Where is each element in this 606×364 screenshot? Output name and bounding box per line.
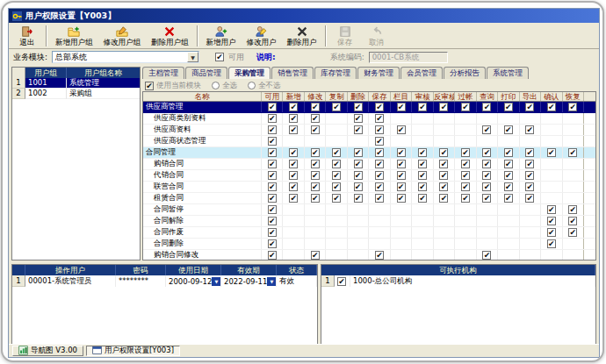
perm-cell[interactable] <box>368 239 389 249</box>
permission-checkbox[interactable]: ✔ <box>418 103 427 111</box>
perm-cell[interactable]: ✔ <box>261 170 282 181</box>
window-tab[interactable]: 导航图 V3.00 <box>12 346 83 356</box>
perm-cell[interactable] <box>433 227 454 238</box>
perm-row[interactable]: 联营合同✔✔✔✔✔✔✔✔✔✔✔✔✔ <box>143 182 595 193</box>
perm-cell[interactable] <box>454 227 475 238</box>
perm-cell[interactable]: ✔ <box>433 182 454 192</box>
perm-cell[interactable] <box>347 250 368 261</box>
permission-checkbox[interactable]: ✔ <box>268 239 277 248</box>
perm-cell[interactable]: ✔ <box>325 102 346 112</box>
toolbar-button-save[interactable]: 保存 <box>329 24 361 48</box>
perm-cell[interactable] <box>454 250 475 261</box>
permission-checkbox[interactable]: ✔ <box>482 103 491 111</box>
perm-cell[interactable] <box>497 113 518 124</box>
perm-cell[interactable]: ✔ <box>347 193 368 203</box>
calendar-dropdown-icon[interactable]: ▼ <box>267 277 276 286</box>
permission-checkbox[interactable]: ✔ <box>439 148 448 157</box>
perm-cell[interactable]: ✔ <box>390 193 411 203</box>
permission-checkbox[interactable]: ✔ <box>268 217 277 225</box>
user-group-row[interactable]: 21002采购组 <box>12 89 140 99</box>
perm-cell[interactable]: ✔ <box>519 170 540 181</box>
perm-cell[interactable]: ✔ <box>476 147 497 158</box>
perm-cell[interactable] <box>519 204 540 215</box>
toolbar-button-user-add[interactable]: 新增用户 <box>201 24 242 48</box>
permission-checkbox[interactable]: ✔ <box>268 103 277 111</box>
perm-cell[interactable]: ✔ <box>476 170 497 181</box>
permission-checkbox[interactable]: ✔ <box>354 125 363 134</box>
perm-row[interactable]: 供应商类别资料✔✔✔✔✔ <box>143 113 595 125</box>
perm-cell[interactable] <box>368 216 389 226</box>
permission-checkbox[interactable]: ✔ <box>525 103 534 111</box>
end-date-cell[interactable]: 2022-09-11▼ <box>221 275 277 287</box>
permission-checkbox[interactable]: ✔ <box>525 171 534 180</box>
perm-row[interactable]: 供应商管理✔✔✔✔✔✔✔✔✔✔✔✔✔✔✔ <box>143 102 595 113</box>
permission-checkbox[interactable]: ✔ <box>568 228 577 237</box>
module-combobox[interactable]: 总部系统 ▼ <box>52 51 199 63</box>
perm-cell[interactable]: ✔ <box>476 182 497 192</box>
tab-主档管理[interactable]: 主档管理 <box>142 67 184 79</box>
perm-cell[interactable] <box>433 216 454 226</box>
perm-row[interactable]: 供应商状态管理✔✔ <box>143 136 595 147</box>
perm-cell[interactable]: ✔ <box>368 147 389 158</box>
calendar-dropdown-icon[interactable]: ▼ <box>212 277 220 286</box>
perm-cell[interactable] <box>325 204 346 215</box>
permission-checkbox[interactable]: ✔ <box>268 182 277 191</box>
perm-cell[interactable]: ✔ <box>519 159 540 169</box>
perm-cell[interactable] <box>497 216 518 226</box>
perm-cell[interactable] <box>476 204 497 215</box>
perm-row[interactable]: 购销合同✔✔✔✔✔✔✔✔✔✔✔✔✔ <box>143 159 595 170</box>
perm-cell[interactable] <box>325 239 346 249</box>
permission-checkbox[interactable]: ✔ <box>311 251 320 260</box>
tab-系统管理[interactable]: 系统管理 <box>487 67 529 79</box>
permission-checkbox[interactable]: ✔ <box>418 171 427 180</box>
permission-checkbox[interactable]: ✔ <box>332 194 341 203</box>
perm-cell[interactable]: ✔ <box>454 182 475 192</box>
perm-cell[interactable]: ✔ <box>368 170 389 181</box>
permission-checkbox[interactable]: ✔ <box>547 217 556 225</box>
perm-cell[interactable] <box>476 239 497 249</box>
permission-checkbox[interactable]: ✔ <box>268 148 277 157</box>
permission-checkbox[interactable]: ✔ <box>311 171 320 180</box>
permission-checkbox[interactable]: ✔ <box>289 114 298 123</box>
perm-cell[interactable] <box>411 113 432 124</box>
perm-cell[interactable]: ✔ <box>347 159 368 169</box>
perm-cell[interactable]: ✔ <box>454 170 475 181</box>
permission-checkbox[interactable]: ✔ <box>268 114 277 123</box>
perm-cell[interactable] <box>390 216 411 226</box>
permission-checkbox[interactable]: ✔ <box>461 103 470 111</box>
perm-cell[interactable] <box>454 113 475 124</box>
perm-cell[interactable]: ✔ <box>304 193 325 203</box>
permission-checkbox[interactable]: ✔ <box>268 137 277 146</box>
toolbar-button-group-edit[interactable]: 修改用户组 <box>98 24 147 48</box>
permission-checkbox[interactable]: ✔ <box>397 148 406 157</box>
permission-checkbox[interactable]: ✔ <box>525 160 534 168</box>
permission-checkbox[interactable]: ✔ <box>268 194 277 203</box>
perm-cell[interactable] <box>282 239 303 249</box>
permission-checkbox[interactable]: ✔ <box>525 125 534 134</box>
permission-checkbox[interactable]: ✔ <box>525 194 534 203</box>
perm-cell[interactable] <box>304 136 325 146</box>
perm-cell[interactable] <box>411 125 432 135</box>
perm-cell[interactable]: ✔ <box>476 102 497 112</box>
perm-row[interactable]: 合同作废✔✔✔ <box>143 227 595 239</box>
permission-checkbox[interactable]: ✔ <box>354 182 363 191</box>
use-current-module-checkbox[interactable]: ✔ <box>145 82 154 90</box>
perm-cell[interactable]: ✔ <box>433 147 454 158</box>
perm-cell[interactable] <box>411 250 432 261</box>
permission-checkbox[interactable]: ✔ <box>461 148 470 157</box>
perm-cell[interactable]: ✔ <box>390 147 411 158</box>
permission-checkbox[interactable]: ✔ <box>482 125 491 134</box>
permission-checkbox[interactable]: ✔ <box>375 171 384 180</box>
org-checkbox-cell[interactable]: ✔ <box>335 275 350 287</box>
tab-会员管理[interactable]: 会员管理 <box>400 67 443 79</box>
perm-cell[interactable]: ✔ <box>347 102 368 112</box>
perm-cell[interactable]: ✔ <box>562 227 583 238</box>
permission-checkbox[interactable]: ✔ <box>375 182 384 191</box>
perm-cell[interactable] <box>282 250 303 261</box>
perm-cell[interactable]: ✔ <box>261 204 282 215</box>
perm-cell[interactable] <box>325 113 346 124</box>
perm-cell[interactable]: ✔ <box>390 159 411 169</box>
perm-cell[interactable] <box>282 136 303 146</box>
perm-cell[interactable] <box>519 113 540 124</box>
perm-cell[interactable] <box>304 216 325 226</box>
